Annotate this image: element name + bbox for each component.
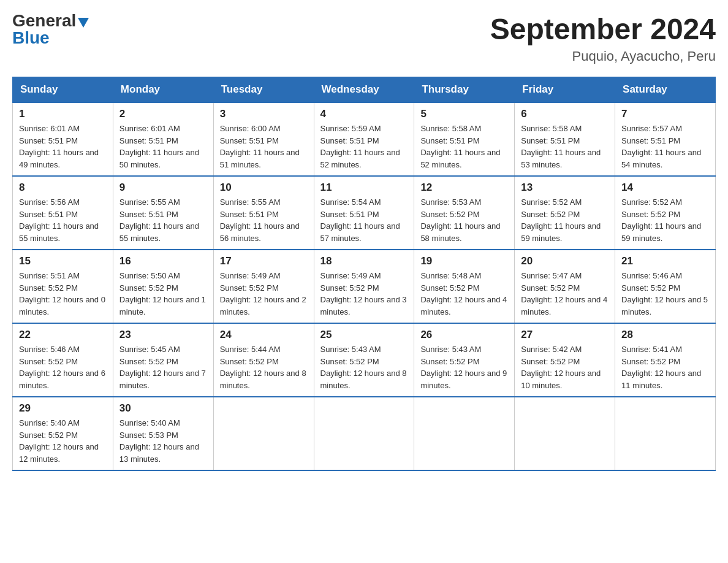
- sunset-label: Sunset: 5:52 PM: [119, 283, 178, 293]
- sunset-label: Sunset: 5:51 PM: [220, 136, 279, 145]
- day-info: Sunrise: 5:52 AM Sunset: 5:52 PM Dayligh…: [621, 196, 709, 244]
- sunset-label: Sunset: 5:52 PM: [19, 283, 78, 293]
- day-number: 12: [420, 182, 508, 194]
- sunset-label: Sunset: 5:52 PM: [521, 283, 580, 293]
- table-row: 20 Sunrise: 5:47 AM Sunset: 5:52 PM Dayl…: [515, 250, 615, 323]
- table-row: 10 Sunrise: 5:55 AM Sunset: 5:51 PM Dayl…: [213, 176, 314, 250]
- day-info: Sunrise: 5:49 AM Sunset: 5:52 PM Dayligh…: [320, 270, 408, 318]
- sunrise-label: Sunrise: 5:45 AM: [119, 345, 180, 354]
- daylight-label: Daylight: 11 hours and 52 minutes.: [420, 148, 500, 169]
- sunset-label: Sunset: 5:51 PM: [621, 136, 680, 145]
- day-info: Sunrise: 5:54 AM Sunset: 5:51 PM Dayligh…: [320, 196, 408, 244]
- sunset-label: Sunset: 5:51 PM: [119, 136, 178, 145]
- daylight-label: Daylight: 12 hours and 11 minutes.: [621, 369, 701, 390]
- day-number: 4: [320, 108, 408, 120]
- day-info: Sunrise: 5:43 AM Sunset: 5:52 PM Dayligh…: [320, 343, 408, 391]
- day-info: Sunrise: 5:46 AM Sunset: 5:52 PM Dayligh…: [19, 343, 107, 391]
- table-row: 24 Sunrise: 5:44 AM Sunset: 5:52 PM Dayl…: [213, 323, 314, 397]
- day-number: 2: [119, 108, 207, 120]
- day-info: Sunrise: 5:52 AM Sunset: 5:52 PM Dayligh…: [521, 196, 609, 244]
- table-row: 11 Sunrise: 5:54 AM Sunset: 5:51 PM Dayl…: [314, 176, 414, 250]
- month-title: September 2024: [490, 12, 716, 46]
- table-row: 4 Sunrise: 5:59 AM Sunset: 5:51 PM Dayli…: [314, 102, 414, 176]
- sunrise-label: Sunrise: 5:51 AM: [19, 271, 80, 280]
- sunrise-label: Sunrise: 5:41 AM: [621, 345, 682, 354]
- sunset-label: Sunset: 5:52 PM: [621, 357, 680, 366]
- sunrise-label: Sunrise: 5:46 AM: [621, 271, 682, 280]
- col-header-saturday: Saturday: [615, 77, 716, 103]
- day-info: Sunrise: 5:56 AM Sunset: 5:51 PM Dayligh…: [19, 196, 107, 244]
- table-row: 30 Sunrise: 5:40 AM Sunset: 5:53 PM Dayl…: [113, 397, 213, 470]
- day-number: 11: [320, 182, 408, 194]
- sunrise-label: Sunrise: 5:58 AM: [521, 124, 582, 133]
- table-row: 28 Sunrise: 5:41 AM Sunset: 5:52 PM Dayl…: [615, 323, 716, 397]
- table-row: 12 Sunrise: 5:53 AM Sunset: 5:52 PM Dayl…: [414, 176, 515, 250]
- sunset-label: Sunset: 5:51 PM: [220, 210, 279, 219]
- sunrise-label: Sunrise: 5:48 AM: [420, 271, 481, 280]
- table-row: [615, 397, 716, 470]
- sunrise-label: Sunrise: 5:50 AM: [119, 271, 180, 280]
- table-row: 5 Sunrise: 5:58 AM Sunset: 5:51 PM Dayli…: [414, 102, 515, 176]
- daylight-label: Daylight: 12 hours and 12 minutes.: [19, 442, 99, 464]
- sunset-label: Sunset: 5:51 PM: [119, 210, 178, 219]
- day-number: 6: [521, 108, 609, 120]
- table-row: 18 Sunrise: 5:49 AM Sunset: 5:52 PM Dayl…: [314, 250, 414, 323]
- logo: General Blue: [12, 12, 89, 47]
- day-info: Sunrise: 5:44 AM Sunset: 5:52 PM Dayligh…: [220, 343, 308, 391]
- table-row: 16 Sunrise: 5:50 AM Sunset: 5:52 PM Dayl…: [113, 250, 213, 323]
- daylight-label: Daylight: 11 hours and 53 minutes.: [521, 148, 601, 169]
- day-number: 28: [621, 329, 709, 341]
- daylight-label: Daylight: 11 hours and 49 minutes.: [19, 148, 99, 169]
- calendar-week-row: 8 Sunrise: 5:56 AM Sunset: 5:51 PM Dayli…: [13, 176, 716, 250]
- sunrise-label: Sunrise: 5:40 AM: [19, 418, 80, 427]
- sunset-label: Sunset: 5:52 PM: [19, 431, 78, 440]
- location-title: Puquio, Ayacucho, Peru: [490, 48, 716, 64]
- day-number: 22: [19, 329, 107, 341]
- table-row: [515, 397, 615, 470]
- sunrise-label: Sunrise: 5:55 AM: [119, 197, 180, 207]
- sunrise-label: Sunrise: 5:59 AM: [320, 124, 381, 133]
- table-row: 19 Sunrise: 5:48 AM Sunset: 5:52 PM Dayl…: [414, 250, 515, 323]
- daylight-label: Daylight: 12 hours and 5 minutes.: [621, 295, 708, 316]
- sunset-label: Sunset: 5:52 PM: [320, 357, 379, 366]
- col-header-sunday: Sunday: [13, 77, 113, 103]
- day-number: 19: [420, 255, 508, 267]
- daylight-label: Daylight: 11 hours and 56 minutes.: [220, 221, 300, 243]
- sunrise-label: Sunrise: 5:43 AM: [420, 345, 481, 354]
- sunset-label: Sunset: 5:52 PM: [621, 210, 680, 219]
- logo-arrow-icon: [78, 18, 89, 28]
- table-row: 21 Sunrise: 5:46 AM Sunset: 5:52 PM Dayl…: [615, 250, 716, 323]
- day-info: Sunrise: 5:42 AM Sunset: 5:52 PM Dayligh…: [521, 343, 609, 391]
- daylight-label: Daylight: 11 hours and 50 minutes.: [119, 148, 199, 169]
- sunset-label: Sunset: 5:52 PM: [420, 210, 479, 219]
- day-info: Sunrise: 5:45 AM Sunset: 5:52 PM Dayligh…: [119, 343, 207, 391]
- table-row: 27 Sunrise: 5:42 AM Sunset: 5:52 PM Dayl…: [515, 323, 615, 397]
- sunrise-label: Sunrise: 6:00 AM: [220, 124, 281, 133]
- table-row: 2 Sunrise: 6:01 AM Sunset: 5:51 PM Dayli…: [113, 102, 213, 176]
- day-number: 25: [320, 329, 408, 341]
- sunrise-label: Sunrise: 5:49 AM: [220, 271, 281, 280]
- day-info: Sunrise: 5:41 AM Sunset: 5:52 PM Dayligh…: [621, 343, 709, 391]
- daylight-label: Daylight: 11 hours and 57 minutes.: [320, 221, 400, 243]
- day-number: 30: [119, 402, 207, 415]
- sunrise-label: Sunrise: 5:42 AM: [521, 345, 582, 354]
- day-info: Sunrise: 5:40 AM Sunset: 5:53 PM Dayligh…: [119, 417, 207, 465]
- day-info: Sunrise: 5:58 AM Sunset: 5:51 PM Dayligh…: [521, 123, 609, 170]
- day-number: 27: [521, 329, 609, 341]
- day-number: 10: [220, 182, 308, 194]
- table-row: 9 Sunrise: 5:55 AM Sunset: 5:51 PM Dayli…: [113, 176, 213, 250]
- col-header-friday: Friday: [515, 77, 615, 103]
- day-number: 18: [320, 255, 408, 267]
- col-header-monday: Monday: [113, 77, 213, 103]
- day-number: 13: [521, 182, 609, 194]
- daylight-label: Daylight: 12 hours and 2 minutes.: [220, 295, 306, 316]
- daylight-label: Daylight: 12 hours and 10 minutes.: [521, 369, 601, 390]
- day-number: 3: [220, 108, 308, 120]
- calendar-week-row: 1 Sunrise: 6:01 AM Sunset: 5:51 PM Dayli…: [13, 102, 716, 176]
- logo-general-text: General: [12, 12, 76, 29]
- calendar-week-row: 22 Sunrise: 5:46 AM Sunset: 5:52 PM Dayl…: [13, 323, 716, 397]
- sunset-label: Sunset: 5:52 PM: [420, 283, 479, 293]
- sunset-label: Sunset: 5:53 PM: [119, 431, 178, 440]
- sunrise-label: Sunrise: 5:54 AM: [320, 197, 381, 207]
- daylight-label: Daylight: 12 hours and 3 minutes.: [320, 295, 407, 316]
